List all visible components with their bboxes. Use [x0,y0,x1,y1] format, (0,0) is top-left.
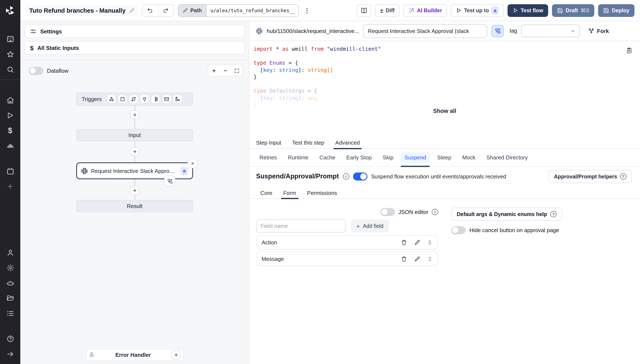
fit-view-button[interactable] [231,65,243,76]
subtab-mock[interactable]: Mock [459,148,479,166]
collapse-icon[interactable] [0,346,20,362]
info-icon[interactable]: i [432,209,438,215]
undo-button[interactable] [142,4,158,16]
variables-icon[interactable]: $ [0,123,20,138]
add-field-button[interactable]: + Add field [351,220,389,232]
logs-icon[interactable] [0,306,20,321]
remove-step-button[interactable]: × [187,158,198,168]
suspend-form-tabs: Core Form Permissions [249,187,640,199]
triggers-node[interactable]: Triggers [76,92,193,106]
workspace-icon[interactable] [0,31,20,46]
workers-icon[interactable] [0,275,20,290]
favorites-icon[interactable] [0,46,20,62]
subtab-suspend[interactable]: Suspend [401,148,430,166]
subtab-shared-directory[interactable]: Shared Directory [483,148,531,166]
add-step-button-top[interactable]: + [130,110,139,119]
tag-select[interactable] [521,24,580,37]
schedule-icon[interactable] [118,95,127,104]
result-node[interactable]: Result [76,200,193,212]
default-args-help-button[interactable]: Default args & Dynamic enums help ? [451,208,562,221]
subtab-early-stop[interactable]: Early Stop [343,148,375,166]
tab-form[interactable]: Form [283,187,296,198]
add-step-button-middle[interactable]: + [130,147,139,156]
input-node[interactable]: Input [76,129,193,141]
window: $ Tuto Refund branches - Manually Path [0,0,640,364]
schedules-icon[interactable] [0,164,20,179]
suspend-indicator-badge[interactable] [164,176,175,186]
subtab-cache[interactable]: Cache [316,148,339,166]
suspend-toggle-button[interactable] [491,25,504,37]
kafka-icon[interactable] [151,95,160,104]
subtab-runtime[interactable]: Runtime [284,148,312,166]
subtab-skip[interactable]: Skip [379,148,397,166]
phone-incoming-icon [167,178,172,184]
clipboard-paste-icon[interactable] [626,47,632,54]
docs-button[interactable] [357,4,371,17]
subtab-sleep[interactable]: Sleep [434,148,455,166]
zoom-out-button[interactable]: − [220,65,231,76]
tab-advanced[interactable]: Advanced [335,136,360,148]
grip-icon[interactable] [427,239,433,246]
path-input[interactable]: u/alex/tuto_refund_branches__ [206,4,298,16]
save-icon [603,8,609,13]
diff-button[interactable]: ± Diff [375,4,399,17]
help-icon[interactable] [0,331,20,346]
slack-approval-node[interactable]: Request Interactive Slack Approval (... … [76,162,193,179]
resources-icon[interactable] [0,138,20,154]
edit-title-icon[interactable] [128,8,134,13]
tab-permissions[interactable]: Permissions [307,187,337,198]
fork-button[interactable]: Fork [589,28,609,34]
draft-button[interactable]: Draft ⌘S [552,4,594,17]
flow-settings-button[interactable]: Settings [25,24,245,38]
folders-icon[interactable] [0,290,20,306]
add-icon[interactable] [0,179,20,194]
hub-script-path[interactable]: hub/11500/slack/request_interactive... [267,28,359,34]
route-icon[interactable] [129,95,138,104]
settings-icon[interactable] [0,260,20,275]
more-menu-button[interactable]: ⋮ [303,6,312,14]
test-up-to-button[interactable]: Test up to a [451,4,504,17]
path-button[interactable]: Path [178,4,206,16]
pencil-icon[interactable] [414,239,420,246]
webhook-icon[interactable] [107,95,116,104]
info-icon[interactable]: i [343,173,349,180]
email-icon[interactable] [162,95,171,104]
poll-icon[interactable] [173,95,182,104]
redo-button[interactable] [158,4,173,16]
form-field-row-message[interactable]: Message [256,252,438,266]
error-handler-node[interactable]: Error Handler + [86,349,184,361]
ai-builder-button[interactable]: AI Builder [403,4,447,17]
runs-icon[interactable] [0,108,20,123]
field-name-input[interactable]: Field name [256,220,346,232]
deploy-button[interactable]: Deploy [598,4,634,17]
tab-core[interactable]: Core [260,187,272,198]
tab-test-this-step[interactable]: Test this step [292,136,324,148]
dataflow-toggle[interactable] [29,66,43,74]
hide-cancel-toggle[interactable] [451,226,466,234]
wand-sparkles-icon [408,8,414,13]
add-step-button-bottom[interactable]: + [130,186,139,195]
advanced-subtabs: Retries Runtime Cache Early Stop Skip Su… [249,149,640,166]
trash-icon[interactable] [401,239,407,246]
search-icon[interactable] [0,62,20,77]
all-static-inputs-button[interactable]: $ All Static Inputs [25,41,245,54]
home-icon[interactable] [0,92,20,108]
zoom-in-button[interactable]: + [208,65,220,76]
form-field-row-action[interactable]: Action [256,235,438,250]
trash-icon[interactable] [401,256,407,262]
sidebar-divider [0,80,20,80]
grip-icon[interactable] [427,256,433,262]
websocket-icon[interactable] [140,95,149,104]
suspend-enable-toggle[interactable] [353,172,367,180]
approval-prompt-helpers-button[interactable]: Approval/Prompt helpers ? [548,170,632,183]
json-editor-toggle[interactable] [380,208,395,216]
pencil-icon[interactable] [414,256,420,262]
tab-step-input[interactable]: Step Input [256,136,281,148]
show-all-button[interactable]: Show all [249,106,640,116]
add-error-handler-button[interactable]: + [171,350,181,360]
users-icon[interactable] [0,245,20,260]
windmill-logo[interactable] [0,0,20,21]
step-name-input[interactable]: Request Interactive Slack Approval (slac… [363,24,487,38]
subtab-retries[interactable]: Retries [256,148,280,166]
test-flow-button[interactable]: Test flow [508,4,548,17]
